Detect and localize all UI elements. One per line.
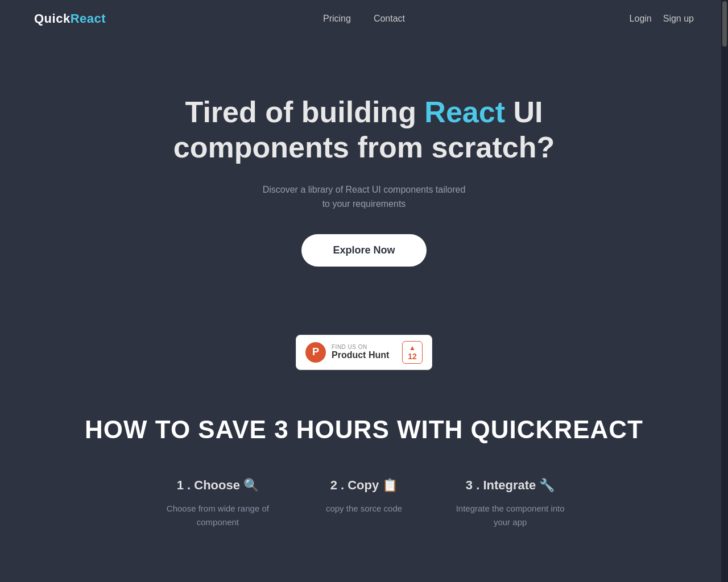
- how-title: HOW TO SAVE 3 HOURS WITH QUICKREACT: [34, 415, 694, 444]
- ph-icon-letter: P: [312, 346, 319, 358]
- hero-subtitle-line2: to your requirements: [322, 199, 406, 209]
- product-hunt-section: P FIND US ON Product Hunt ▲ 12: [0, 301, 728, 393]
- step-1-dot: .: [187, 478, 194, 492]
- nav-center-links: Pricing Contact: [323, 14, 405, 24]
- step-3: 3 . Integrate 🔧 Integrate the component …: [448, 478, 573, 529]
- ph-left: P FIND US ON Product Hunt: [305, 342, 395, 363]
- scrollbar[interactable]: [721, 0, 728, 582]
- step-2-dot: .: [341, 478, 348, 492]
- logo-quick: Quick: [34, 11, 71, 26]
- step-2-emoji: 📋: [382, 478, 398, 492]
- login-button[interactable]: Login: [630, 14, 652, 24]
- nav-link-pricing[interactable]: Pricing: [323, 14, 351, 24]
- ph-text-block: FIND US ON Product Hunt: [332, 344, 389, 360]
- step-2: 2 . Copy 📋 copy the sorce code: [326, 478, 402, 529]
- step-3-emoji: 🔧: [539, 478, 555, 492]
- hero-subtitle: Discover a library of React UI component…: [11, 182, 717, 211]
- step-1-emoji: 🔍: [243, 478, 259, 492]
- hero-title: Tired of building React UI components fr…: [136, 94, 592, 165]
- signup-button[interactable]: Sign up: [663, 14, 694, 24]
- step-3-number: 3: [466, 478, 473, 492]
- hero-section: Tired of building React UI components fr…: [0, 38, 728, 301]
- ph-arrow-icon: ▲: [409, 344, 416, 352]
- step-1: 1 . Choose 🔍 Choose from wide range of c…: [155, 478, 280, 529]
- navbar: QuickReact Pricing Contact Login Sign up: [0, 0, 728, 38]
- step-1-title: 1 . Choose 🔍: [155, 478, 280, 493]
- nav-right-links: Login Sign up: [630, 14, 694, 24]
- logo[interactable]: QuickReact: [34, 11, 106, 26]
- step-3-title: 3 . Integrate 🔧: [448, 478, 573, 493]
- logo-react: React: [71, 11, 106, 26]
- ph-vote-count: 12: [408, 352, 417, 361]
- how-section: HOW TO SAVE 3 HOURS WITH QUICKREACT 1 . …: [0, 393, 728, 563]
- ph-icon: P: [305, 342, 326, 363]
- steps-grid: 1 . Choose 🔍 Choose from wide range of c…: [34, 478, 694, 529]
- hero-title-before: Tired of building: [185, 95, 425, 128]
- step-2-number: 2: [330, 478, 337, 492]
- ph-votes[interactable]: ▲ 12: [402, 341, 423, 364]
- step-1-number: 1: [177, 478, 184, 492]
- hero-subtitle-line1: Discover a library of React UI component…: [263, 185, 466, 194]
- step-1-desc: Choose from wide range of component: [155, 502, 280, 529]
- step-3-desc: Integrate the component into your app: [448, 502, 573, 529]
- hero-title-react: React: [424, 95, 505, 128]
- scrollbar-thumb[interactable]: [722, 1, 727, 47]
- step-2-desc: copy the sorce code: [326, 502, 402, 516]
- ph-find-us-label: FIND US ON: [332, 344, 389, 350]
- product-hunt-badge[interactable]: P FIND US ON Product Hunt ▲ 12: [296, 335, 432, 370]
- ph-name: Product Hunt: [332, 350, 389, 360]
- step-2-label: Copy: [348, 478, 379, 492]
- step-3-label: Integrate: [483, 478, 536, 492]
- step-1-label: Choose: [194, 478, 240, 492]
- step-3-dot: .: [476, 478, 483, 492]
- step-2-title: 2 . Copy 📋: [326, 478, 402, 493]
- nav-link-contact[interactable]: Contact: [374, 14, 405, 24]
- explore-now-button[interactable]: Explore Now: [301, 234, 426, 267]
